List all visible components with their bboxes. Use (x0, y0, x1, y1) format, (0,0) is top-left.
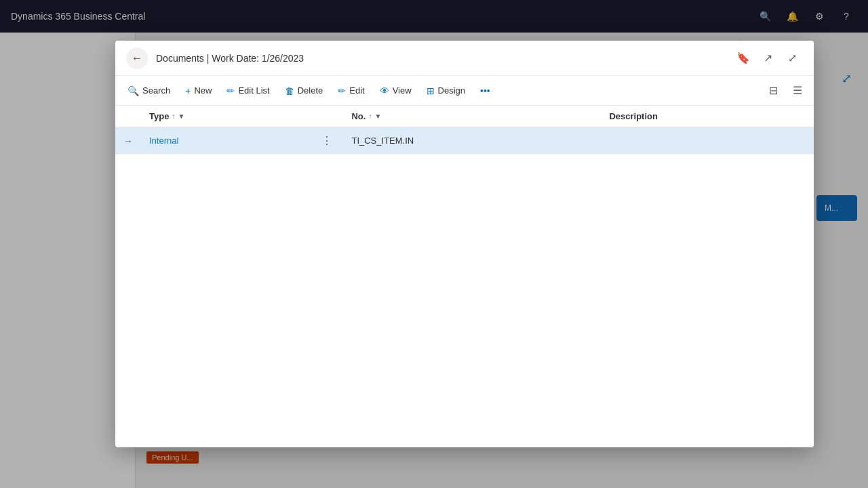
row-no-cell: TI_CS_ITEM.IN (343, 127, 601, 155)
view-icon: 👁 (380, 85, 389, 96)
th-type-label: Type (149, 111, 169, 121)
modal-body: Type ↑ ▼ No. ↑ ▼ (115, 106, 814, 447)
back-icon: ← (132, 52, 142, 64)
modal-header-actions: 🔖 ↗ ⤢ (732, 47, 803, 69)
row-arrow-cell: → (115, 127, 141, 155)
modal-toolbar: 🔍 Search + New ✏ Edit List 🗑 Delete ✏ Ed… (115, 76, 814, 106)
row-type-link[interactable]: Internal (149, 136, 178, 146)
back-button[interactable]: ← (126, 47, 148, 69)
edit-list-label: Edit List (238, 85, 269, 96)
table-row[interactable]: → Internal ⋮ TI_CS_ITEM.IN (115, 127, 814, 155)
bookmark-icon: 🔖 (736, 52, 750, 64)
th-description[interactable]: Description (601, 106, 814, 127)
new-icon: + (185, 85, 191, 96)
toolbar-right: ⊟ ☰ (762, 80, 808, 102)
search-label: Search (142, 85, 170, 96)
design-button[interactable]: ⊞ Design (420, 81, 472, 100)
edit-button[interactable]: ✏ Edit (331, 81, 371, 100)
delete-label: Delete (298, 85, 323, 96)
th-row-menu (311, 106, 343, 127)
search-button[interactable]: 🔍 Search (121, 81, 177, 100)
edit-list-button[interactable]: ✏ Edit List (220, 81, 276, 100)
new-label: New (194, 85, 212, 96)
edit-icon: ✏ (338, 85, 346, 96)
search-toolbar-icon: 🔍 (127, 85, 139, 96)
delete-icon: 🗑 (285, 85, 294, 96)
row-menu-cell: ⋮ (311, 127, 343, 155)
th-description-label: Description (609, 111, 658, 121)
open-icon: ↗ (764, 52, 772, 64)
bookmark-button[interactable]: 🔖 (732, 47, 754, 69)
modal-title: Documents | Work Date: 1/26/2023 (156, 53, 732, 64)
modal-dialog: ← Documents | Work Date: 1/26/2023 🔖 ↗ ⤢… (115, 41, 814, 447)
design-label: Design (438, 85, 465, 96)
more-icon: ••• (480, 85, 490, 96)
view-button[interactable]: 👁 View (373, 81, 418, 100)
th-no[interactable]: No. ↑ ▼ (343, 106, 601, 127)
columns-button[interactable]: ☰ (787, 80, 808, 102)
edit-list-icon: ✏ (226, 85, 235, 96)
fullscreen-button[interactable]: ⤢ (781, 47, 803, 69)
row-type-cell: Internal (141, 127, 311, 155)
more-button[interactable]: ••• (473, 81, 497, 100)
row-arrow-icon: → (123, 136, 133, 146)
new-button[interactable]: + New (178, 81, 218, 100)
type-sort-asc-icon: ↑ (172, 113, 175, 120)
row-description-cell (601, 127, 814, 155)
th-type[interactable]: Type ↑ ▼ (141, 106, 311, 127)
fullscreen-icon: ⤢ (788, 52, 797, 64)
edit-label: Edit (349, 85, 364, 96)
row-menu-button[interactable]: ⋮ (319, 133, 335, 148)
delete-button[interactable]: 🗑 Delete (278, 81, 330, 100)
view-label: View (393, 85, 412, 96)
no-sort-asc-icon: ↑ (368, 113, 372, 120)
filter-button[interactable]: ⊟ (762, 80, 784, 102)
th-arrow (115, 106, 141, 127)
design-icon: ⊞ (427, 85, 435, 96)
type-filter-icon: ▼ (178, 113, 184, 120)
documents-table: Type ↑ ▼ No. ↑ ▼ (115, 106, 814, 155)
th-no-label: No. (351, 111, 366, 121)
no-filter-icon: ▼ (374, 113, 381, 120)
modal-header: ← Documents | Work Date: 1/26/2023 🔖 ↗ ⤢ (115, 41, 814, 76)
open-in-tab-button[interactable]: ↗ (757, 47, 778, 69)
table-header-row: Type ↑ ▼ No. ↑ ▼ (115, 106, 814, 127)
